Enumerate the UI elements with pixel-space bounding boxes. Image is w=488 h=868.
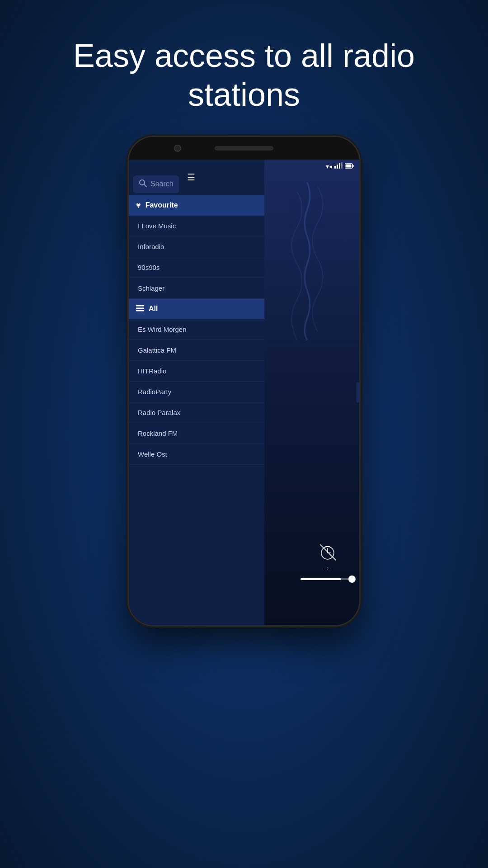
- headline: Easy access to all radio stations: [37, 0, 451, 137]
- wifi-icon: ▾◂: [326, 163, 332, 170]
- list-item[interactable]: HITRadio: [129, 361, 264, 382]
- left-panel: Search ☰ ♥ Favourite I Love Music Infora…: [129, 160, 264, 625]
- list-item[interactable]: Galattica FM: [129, 340, 264, 361]
- svg-line-16: [320, 545, 336, 560]
- svg-rect-3: [341, 162, 343, 169]
- list-item[interactable]: I Love Music: [129, 216, 264, 236]
- volume-slider[interactable]: [300, 578, 355, 580]
- timer-display: --:--: [324, 566, 332, 571]
- headline-line2: stations: [188, 76, 300, 113]
- right-panel: ‹ --:--: [264, 160, 359, 625]
- svg-rect-5: [352, 165, 354, 167]
- list-item[interactable]: RadioParty: [129, 382, 264, 402]
- phone-top-bar: [129, 137, 359, 160]
- all-label: All: [149, 305, 158, 313]
- headline-line1: Easy access to all radio: [73, 38, 415, 74]
- list-item[interactable]: Inforadio: [129, 236, 264, 257]
- list-item[interactable]: Welle Ost: [129, 444, 264, 465]
- svg-rect-1: [337, 165, 338, 169]
- list-icon: [136, 304, 144, 314]
- search-bar[interactable]: Search: [133, 175, 179, 193]
- list-item[interactable]: Rockland FM: [129, 423, 264, 444]
- all-section-header[interactable]: All: [129, 299, 264, 319]
- search-row: Search ☰: [129, 160, 264, 195]
- search-placeholder: Search: [150, 180, 174, 188]
- list-item[interactable]: Radio Paralax: [129, 402, 264, 423]
- svg-rect-11: [136, 310, 144, 311]
- svg-rect-10: [136, 307, 144, 309]
- waveform-visualization: [264, 182, 359, 340]
- collapse-panel-button[interactable]: ‹: [357, 382, 359, 402]
- svg-rect-6: [346, 164, 352, 167]
- phone-speaker: [215, 146, 273, 151]
- sleep-timer-icon[interactable]: [318, 542, 338, 562]
- battery-icon: [345, 163, 354, 170]
- heart-icon: ♥: [136, 201, 141, 210]
- svg-rect-9: [136, 305, 144, 307]
- svg-rect-2: [339, 163, 340, 169]
- list-item[interactable]: Schlager: [129, 278, 264, 299]
- status-bar: ▾◂: [300, 160, 359, 173]
- right-controls: --:--: [300, 542, 355, 580]
- signal-icon: [334, 162, 343, 170]
- volume-thumb[interactable]: [348, 576, 356, 583]
- hamburger-menu-icon[interactable]: ☰: [183, 168, 199, 186]
- list-item[interactable]: Es Wird Morgen: [129, 319, 264, 340]
- volume-track: [300, 578, 355, 580]
- list-item[interactable]: 90s90s: [129, 257, 264, 278]
- svg-rect-0: [334, 166, 336, 169]
- phone-screen: ▾◂: [129, 160, 359, 625]
- phone-device: ▾◂: [129, 137, 359, 625]
- svg-line-8: [144, 184, 146, 187]
- favourite-label: Favourite: [145, 201, 178, 209]
- favourite-section-header[interactable]: ♥ Favourite: [129, 195, 264, 216]
- search-icon: [139, 179, 147, 189]
- phone-camera: [174, 145, 181, 152]
- volume-fill: [300, 578, 341, 580]
